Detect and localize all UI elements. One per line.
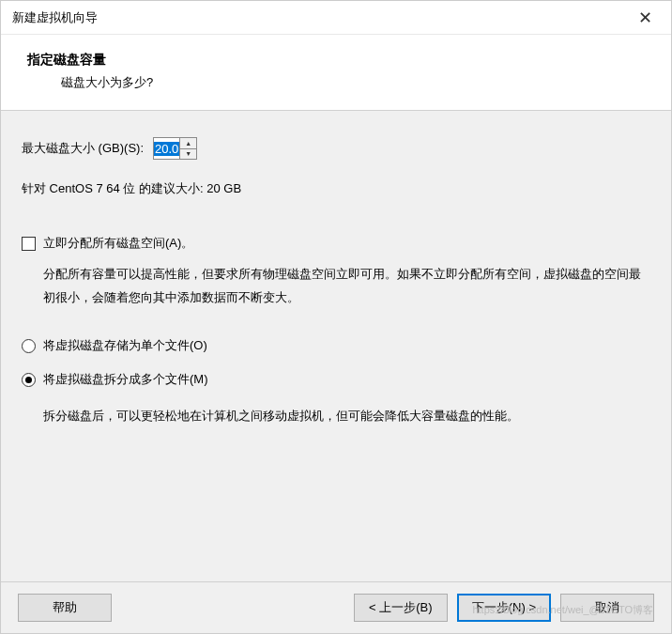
titlebar: 新建虚拟机向导 ✕ (1, 1, 671, 35)
back-button[interactable]: < 上一步(B) (354, 594, 448, 622)
disk-size-row: 最大磁盘大小 (GB)(S): 20.0 ▲ ▼ (22, 137, 650, 160)
disk-size-label: 最大磁盘大小 (GB)(S): (22, 140, 144, 157)
single-file-row: 将虚拟磁盘存储为单个文件(O) (22, 337, 650, 354)
chevron-up-icon: ▲ (185, 140, 191, 147)
close-icon: ✕ (638, 8, 652, 27)
header-subtitle: 磁盘大小为多少? (27, 74, 645, 91)
content-section: 最大磁盘大小 (GB)(S): 20.0 ▲ ▼ 针对 CentOS 7 64 … (1, 111, 671, 581)
spinner-down-button[interactable]: ▼ (180, 149, 196, 160)
spinner-buttons: ▲ ▼ (179, 138, 196, 159)
spinner-value-wrapper[interactable]: 20.0 (154, 138, 179, 159)
allocate-now-row: 立即分配所有磁盘空间(A)。 (22, 235, 650, 252)
disk-size-spinner[interactable]: 20.0 ▲ ▼ (153, 137, 197, 160)
help-button[interactable]: 帮助 (18, 594, 112, 622)
header-title: 指定磁盘容量 (27, 52, 645, 69)
cancel-button[interactable]: 取消 (560, 594, 654, 622)
single-file-label: 将虚拟磁盘存储为单个文件(O) (43, 337, 207, 354)
disk-size-value[interactable]: 20.0 (154, 142, 179, 156)
button-bar: 帮助 < 上一步(B) 下一步(N) > 取消 (1, 581, 671, 633)
allocate-now-label: 立即分配所有磁盘空间(A)。 (43, 235, 193, 252)
recommend-text: 针对 CentOS 7 64 位 的建议大小: 20 GB (22, 180, 650, 197)
window-title: 新建虚拟机向导 (12, 9, 98, 26)
single-file-radio[interactable] (22, 339, 36, 353)
spinner-up-button[interactable]: ▲ (180, 138, 196, 149)
split-files-label: 将虚拟磁盘拆分成多个文件(M) (43, 371, 208, 388)
next-button[interactable]: 下一步(N) > (457, 594, 551, 622)
split-files-row: 将虚拟磁盘拆分成多个文件(M) (22, 371, 650, 388)
close-button[interactable]: ✕ (631, 8, 660, 28)
chevron-down-icon: ▼ (185, 150, 191, 157)
split-files-radio[interactable] (22, 373, 36, 387)
allocate-now-checkbox[interactable] (22, 237, 36, 251)
wizard-dialog: 新建虚拟机向导 ✕ 指定磁盘容量 磁盘大小为多少? 最大磁盘大小 (GB)(S)… (0, 0, 672, 634)
header-section: 指定磁盘容量 磁盘大小为多少? (1, 35, 671, 111)
allocate-now-description: 分配所有容量可以提高性能，但要求所有物理磁盘空间立即可用。如果不立即分配所有空间… (22, 263, 650, 309)
split-files-description: 拆分磁盘后，可以更轻松地在计算机之间移动虚拟机，但可能会降低大容量磁盘的性能。 (22, 405, 650, 428)
